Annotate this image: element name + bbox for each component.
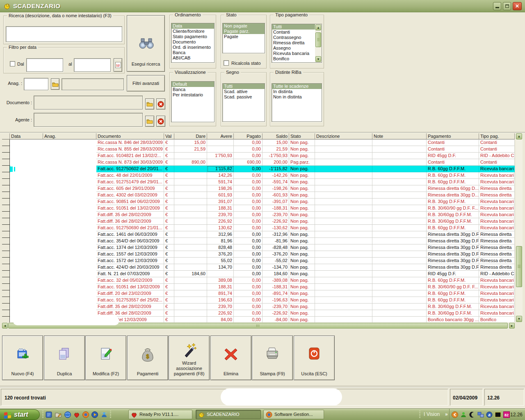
column-header[interactable] — [2, 133, 10, 139]
list-item[interactable]: Scad. passive — [223, 94, 265, 100]
tray-moon-icon[interactable] — [469, 411, 475, 418]
ivision-toolbar-label[interactable]: I Vision — [424, 411, 440, 417]
documento-folder-button[interactable] — [145, 98, 154, 110]
agente-clear-button[interactable] — [156, 116, 165, 127]
task-scadenzario[interactable]: SCADENZARIO — [196, 410, 261, 419]
quicklaunch-globe-icon[interactable] — [64, 411, 71, 418]
tray-collapse-icon[interactable] — [452, 411, 458, 418]
table-cell — [372, 251, 427, 258]
list-item[interactable]: ABI/CAB — [171, 55, 214, 61]
list-item[interactable]: Default — [171, 82, 214, 87]
task-software-gestionale[interactable]: Software Gestion... — [263, 410, 324, 419]
list-item[interactable]: Pagate — [223, 34, 265, 39]
column-header[interactable]: Stato — [289, 133, 315, 139]
tray-display-icon[interactable] — [495, 411, 501, 418]
stampa-button[interactable]: Stampa (F9) — [252, 336, 293, 380]
column-header[interactable]: Val — [164, 133, 174, 139]
start-button[interactable]: start — [0, 409, 40, 420]
quicklaunch-media-player-icon[interactable] — [91, 411, 98, 418]
esegui-ricerca-button[interactable]: Esegui ricerca — [127, 15, 165, 72]
list-item[interactable]: Rimessa diretta — [272, 40, 322, 46]
wizard-button[interactable]: Wizard associazione pagamenti (F8) — [169, 336, 210, 380]
column-header[interactable]: Dare — [174, 133, 207, 139]
column-header[interactable]: Anag. — [43, 133, 96, 139]
list-item[interactable]: Pagate parz. — [223, 29, 265, 34]
documento-clear-button[interactable] — [156, 98, 165, 110]
uscita-button[interactable]: Uscita (ESC) — [294, 336, 335, 380]
nuovo-button[interactable]: Nuovo (F4) — [2, 336, 43, 380]
list-item[interactable]: Assegno — [272, 46, 322, 51]
visualizzazione-listbox: DefaultBancaPer intestatario — [171, 81, 215, 122]
column-header[interactable]: Avere — [207, 133, 234, 139]
list-item[interactable]: Data — [171, 23, 214, 29]
list-item[interactable]: Scad. attive — [223, 89, 265, 94]
list-item[interactable]: Banca — [171, 87, 214, 92]
scroll-down-button[interactable]: ▼ — [315, 56, 321, 62]
list-item[interactable]: Tutti — [272, 24, 322, 30]
list-item[interactable]: Ricevuta bancaria — [272, 51, 322, 56]
task-readypro[interactable]: Ready Pro V11.1.... — [128, 410, 192, 419]
list-item[interactable]: Contanti — [272, 30, 322, 35]
column-header[interactable]: Pagamento — [427, 133, 479, 139]
tray-badge-82[interactable]: 82 — [503, 411, 510, 418]
tipo-pagamento-scrollbar[interactable]: ▲ ▼ — [315, 24, 322, 62]
bird-icon — [198, 411, 205, 418]
ricalcola-stato-checkbox[interactable] — [224, 60, 229, 66]
elimina-button[interactable]: Elimina — [210, 336, 251, 380]
list-item[interactable]: Banca — [171, 50, 214, 55]
quicklaunch-firefox-icon[interactable] — [82, 411, 89, 418]
scroll-right-button[interactable]: ► — [509, 323, 515, 329]
duplica-button[interactable]: Duplica — [44, 336, 85, 380]
scroll-left-button[interactable]: ◄ — [2, 323, 8, 329]
filtri-avanzati-button[interactable]: Filtri avanzati — [127, 75, 165, 91]
quicklaunch-messenger-icon[interactable] — [100, 411, 108, 418]
column-header[interactable]: Saldo — [262, 133, 289, 139]
dal-checkbox[interactable] — [10, 61, 15, 66]
column-header[interactable]: Tipo pag. — [479, 133, 515, 139]
scrollbar-thumb[interactable] — [315, 32, 321, 47]
list-item[interactable]: Cliente/fornitore — [171, 29, 214, 34]
column-header[interactable]: Data — [10, 133, 43, 139]
list-item[interactable]: Ord. di inserimento — [171, 45, 214, 50]
scroll-up-button[interactable]: ▲ — [516, 133, 522, 139]
scroll-down-button[interactable]: ▼ — [516, 316, 522, 322]
column-header[interactable]: Descrizione — [315, 133, 372, 139]
distinte-riba-listbox: Tutte le scadenzeIn distintaNon in disti… — [272, 83, 322, 122]
table-vscrollbar[interactable]: ▲ ▼ — [516, 133, 523, 322]
tray-antivirus-icon[interactable]: a — [486, 411, 493, 418]
list-item[interactable]: In distinta — [272, 89, 322, 94]
date-from-input[interactable] — [26, 58, 63, 72]
quicklaunch-document-icon[interactable] — [45, 411, 52, 418]
chevron-right-icon[interactable]: » — [445, 411, 448, 417]
maximize-button[interactable] — [503, 2, 511, 10]
column-header[interactable]: Note — [372, 133, 427, 139]
scroll-up-button[interactable]: ▲ — [315, 25, 321, 30]
minimize-button[interactable] — [493, 2, 501, 10]
list-item[interactable]: Tutti — [223, 84, 265, 89]
scrollbar-thumb[interactable] — [516, 246, 522, 287]
list-item[interactable]: Non pagate — [223, 23, 265, 29]
calendar-button[interactable]: 12 — [114, 58, 122, 72]
list-item[interactable]: Non in distinta — [272, 94, 322, 100]
quicklaunch-strawberry-icon[interactable] — [73, 411, 80, 418]
tray-clock[interactable]: 12.26 — [510, 412, 523, 418]
tray-user-icon[interactable] — [460, 411, 467, 418]
list-item[interactable]: Bonifico — [272, 56, 322, 62]
anag-folder-button[interactable] — [51, 78, 59, 90]
list-item[interactable]: Stato pagamento — [171, 34, 214, 39]
anag-input[interactable] — [24, 78, 48, 90]
list-item[interactable]: Per intestatario — [171, 92, 214, 98]
close-button[interactable]: ✕ — [513, 2, 522, 10]
list-item[interactable]: Contrassegno — [272, 35, 322, 40]
date-to-input[interactable] — [74, 58, 111, 72]
agente-folder-button[interactable] — [145, 116, 154, 127]
tray-network-icon[interactable] — [477, 411, 484, 418]
column-header[interactable]: Documento — [96, 133, 164, 139]
pagamenti-button[interactable]: $ Pagamenti — [127, 336, 168, 380]
list-item[interactable]: Documento — [171, 39, 214, 45]
column-header[interactable]: Pagato — [234, 133, 262, 139]
quicklaunch-folder-pencil-icon[interactable] — [55, 411, 62, 418]
search-input[interactable] — [6, 26, 122, 42]
modifica-button[interactable]: Modifica (F2) — [85, 336, 126, 380]
list-item[interactable]: Tutte le scadenze — [272, 84, 322, 89]
